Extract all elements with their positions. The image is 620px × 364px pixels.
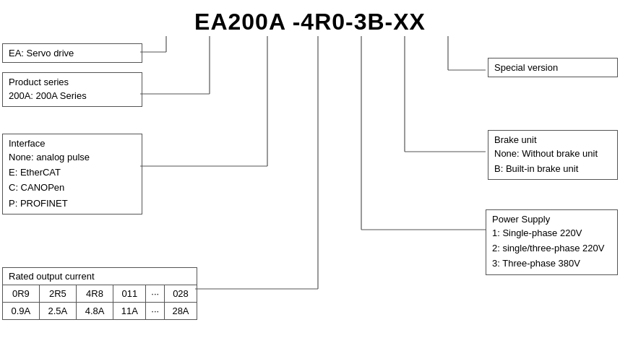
code-4r8: 4R8 (76, 285, 113, 303)
code-0r9: 0R9 (3, 285, 39, 303)
power-item-0: 1: Single-phase 220V (492, 227, 611, 240)
power-label: Power Supply (492, 214, 611, 225)
power-item-2: 3: Three-phase 380V (492, 257, 611, 270)
code-028: 028 (164, 285, 197, 303)
current-table: 0R9 2R5 4R8 011 ··· 028 0.9A 2.5A 4.8A 1… (3, 285, 197, 319)
ea-box: EA: Servo drive (2, 43, 142, 63)
brake-item-1: B: Built-in brake unit (494, 162, 611, 176)
current-box: Rated output current 0R9 2R5 4R8 011 ···… (2, 267, 197, 320)
power-item-1: 2: single/three-phase 220V (492, 242, 611, 255)
code-011: 011 (113, 285, 146, 303)
val-09a: 0.9A (3, 303, 39, 320)
code-dots1: ··· (146, 285, 165, 303)
val-48a: 4.8A (76, 303, 113, 320)
code-2r5: 2R5 (39, 285, 76, 303)
special-label: Special version (494, 62, 558, 73)
current-title: Rated output current (3, 268, 197, 285)
current-row-values: 0.9A 2.5A 4.8A 11A ··· 28A (3, 303, 197, 320)
brake-unit-box: Brake unit None: Without brake unit B: B… (488, 130, 618, 180)
page-title: EA200A -4R0-3B-XX (0, 0, 620, 43)
brake-item-0: None: Without brake unit (494, 147, 611, 160)
current-row-codes: 0R9 2R5 4R8 011 ··· 028 (3, 285, 197, 303)
interface-box: Interface None: analog pulse E: EtherCAT… (2, 134, 142, 214)
val-11a: 11A (113, 303, 146, 320)
val-dots2: ··· (146, 303, 165, 320)
interface-item-1: E: EtherCAT (9, 166, 136, 179)
ea-label: EA: Servo drive (9, 48, 74, 58)
interface-item-0: None: analog pulse (9, 151, 136, 164)
interface-item-2: C: CANOPen (9, 181, 136, 194)
interface-item-3: P: PROFINET (9, 197, 136, 210)
product-series-box: Product series 200A: 200A Series (2, 72, 142, 107)
interface-label: Interface (9, 138, 136, 149)
product-series-label: Product series (9, 77, 136, 87)
product-series-detail: 200A: 200A Series (9, 90, 136, 103)
special-version-box: Special version (488, 58, 618, 77)
power-supply-box: Power Supply 1: Single-phase 220V 2: sin… (486, 209, 618, 275)
val-28a: 28A (164, 303, 197, 320)
val-25a: 2.5A (39, 303, 76, 320)
brake-label: Brake unit (494, 134, 611, 145)
